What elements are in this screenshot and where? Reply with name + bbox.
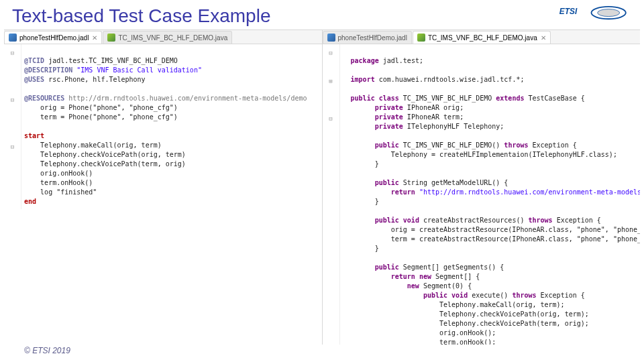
gutter: ⊟ ⊟ ⊟ — [4, 44, 21, 209]
etsi-logo: ETSI — [558, 4, 632, 23]
tab-jadl-right[interactable]: phoneTestHlfDemo.jadl — [323, 31, 412, 44]
left-code[interactable]: ⊟ ⊟ ⊟ @TCID jadl.test.TC_IMS_VNF_BC_HLF_… — [4, 44, 322, 209]
gutter: ⊟ ⊞ ⊟ — [323, 44, 340, 345]
file-icon — [9, 34, 17, 42]
tab-label: TC_IMS_VNF_BC_HLF_DEMO.java — [428, 34, 537, 42]
right-code[interactable]: ⊟ ⊞ ⊟ package jadl.test; import com.huaw… — [323, 44, 641, 345]
file-icon — [327, 34, 335, 42]
left-pane: phoneTestHlfDemo.jadl ✕ TC_IMS_VNF_BC_HL… — [4, 30, 323, 345]
fold-icon[interactable]: ⊟ — [11, 95, 14, 105]
page-title: Text-based Test Case Example — [0, 0, 644, 29]
svg-text:ETSI: ETSI — [559, 7, 578, 16]
fold-icon[interactable]: ⊟ — [329, 114, 332, 123]
right-pane: phoneTestHlfDemo.jadl TC_IMS_VNF_BC_HLF_… — [323, 30, 641, 345]
fold-icon[interactable]: ⊟ — [329, 48, 332, 58]
copyright: © ETSI 2019 — [24, 346, 70, 355]
file-icon — [107, 34, 115, 42]
tab-java-left[interactable]: TC_IMS_VNF_BC_HLF_DEMO.java — [103, 31, 232, 44]
close-icon[interactable]: ✕ — [92, 34, 97, 42]
fold-icon[interactable]: ⊟ — [11, 142, 14, 152]
tab-label: phoneTestHlfDemo.jadl — [338, 34, 407, 42]
tab-jadl-left[interactable]: phoneTestHlfDemo.jadl ✕ — [4, 31, 102, 44]
file-icon — [417, 34, 425, 42]
right-tabbar: phoneTestHlfDemo.jadl TC_IMS_VNF_BC_HLF_… — [323, 30, 641, 44]
fold-icon[interactable]: ⊞ — [329, 76, 332, 86]
fold-icon[interactable]: ⊟ — [11, 48, 14, 58]
close-icon[interactable]: ✕ — [541, 34, 546, 42]
tab-java-right[interactable]: TC_IMS_VNF_BC_HLF_DEMO.java ✕ — [413, 31, 551, 44]
left-tabbar: phoneTestHlfDemo.jadl ✕ TC_IMS_VNF_BC_HL… — [4, 30, 322, 44]
tab-label: phoneTestHlfDemo.jadl — [19, 34, 89, 42]
tab-label: TC_IMS_VNF_BC_HLF_DEMO.java — [118, 34, 227, 42]
svg-point-2 — [598, 9, 620, 17]
editor-panes: phoneTestHlfDemo.jadl ✕ TC_IMS_VNF_BC_HL… — [4, 29, 640, 345]
